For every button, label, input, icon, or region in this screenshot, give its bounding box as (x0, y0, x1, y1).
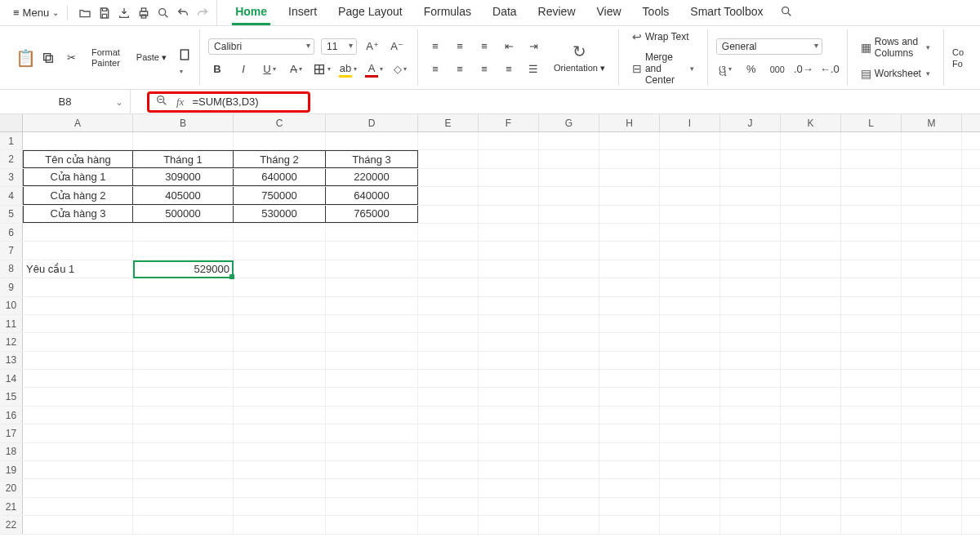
cell[interactable] (841, 333, 902, 350)
cell[interactable] (326, 479, 418, 496)
col-head-i[interactable]: I (660, 114, 720, 131)
cell[interactable]: 405000 (133, 187, 234, 204)
col-head-b[interactable]: B (133, 114, 234, 131)
cell[interactable] (326, 443, 418, 460)
cell[interactable] (841, 278, 902, 295)
cell[interactable] (841, 443, 902, 460)
tab-smart-toolbox[interactable]: Smart Toolbox (687, 0, 766, 25)
cell[interactable] (599, 169, 660, 186)
cell[interactable] (781, 333, 841, 350)
font-color-icon[interactable]: A (365, 61, 383, 78)
cell[interactable] (841, 297, 902, 314)
cell[interactable] (660, 407, 720, 424)
cell[interactable] (418, 388, 479, 405)
cell[interactable] (234, 297, 326, 314)
cell[interactable] (133, 315, 234, 332)
cell[interactable]: 500000 (133, 206, 234, 223)
cell[interactable] (133, 388, 234, 405)
zoom-out-icon[interactable] (155, 94, 168, 109)
cell[interactable] (599, 315, 660, 332)
cell[interactable] (599, 278, 660, 295)
cell[interactable]: Cửa hàng 2 (23, 187, 133, 204)
cell[interactable] (781, 352, 841, 369)
cell[interactable] (23, 297, 133, 314)
cell[interactable]: Cửa hàng 1 (23, 169, 133, 186)
cell[interactable] (234, 388, 326, 405)
cell[interactable] (479, 461, 539, 478)
name-box[interactable]: B8 (0, 90, 131, 113)
cell[interactable] (841, 187, 902, 204)
tab-home[interactable]: Home (232, 0, 270, 25)
cell[interactable]: Yêu cầu 1 (23, 260, 133, 278)
cell[interactable] (326, 498, 418, 515)
tab-data[interactable]: Data (489, 0, 520, 25)
cell[interactable] (234, 498, 326, 515)
cell[interactable] (841, 424, 902, 442)
cell[interactable] (660, 315, 720, 332)
decrease-indent-icon[interactable]: ⇤ (500, 38, 518, 55)
save-icon[interactable] (97, 6, 112, 20)
cell[interactable] (902, 516, 962, 533)
cell[interactable]: Tên cửa hàng (23, 150, 133, 167)
cell[interactable] (781, 315, 841, 332)
cell[interactable] (599, 242, 660, 259)
increase-indent-icon[interactable]: ⇥ (524, 38, 542, 55)
cell[interactable] (326, 278, 418, 295)
cell[interactable] (902, 169, 962, 186)
cell[interactable] (418, 260, 479, 278)
cell[interactable] (23, 407, 133, 424)
cell[interactable] (23, 132, 133, 149)
font-family-select[interactable]: Calibri (208, 38, 314, 55)
cell[interactable]: 309000 (133, 169, 234, 186)
cell[interactable] (326, 224, 418, 241)
cell[interactable] (133, 242, 234, 259)
cell[interactable] (841, 150, 902, 167)
cell[interactable] (902, 242, 962, 259)
select-all-corner[interactable] (0, 114, 23, 131)
cell[interactable] (599, 187, 660, 204)
cell[interactable] (23, 498, 133, 515)
col-head-f[interactable]: F (479, 114, 539, 131)
cell[interactable] (841, 224, 902, 241)
cell[interactable] (234, 443, 326, 460)
cell[interactable] (720, 315, 781, 332)
cell[interactable] (720, 169, 781, 186)
align-center-icon[interactable]: ≡ (451, 61, 469, 78)
cell[interactable] (418, 224, 479, 241)
tab-view[interactable]: View (594, 0, 625, 25)
format-painter-button[interactable]: Format Painter (87, 46, 125, 69)
cell[interactable] (326, 461, 418, 478)
cell[interactable] (133, 443, 234, 460)
percent-icon[interactable]: % (742, 61, 760, 78)
row-head-6[interactable]: 6 (0, 224, 23, 241)
cell[interactable] (418, 206, 479, 223)
cell[interactable] (479, 352, 539, 369)
paste-button[interactable]: Paste ▾ (131, 51, 172, 64)
cell[interactable] (23, 370, 133, 387)
cell[interactable]: Tháng 3 (326, 150, 418, 167)
export-icon[interactable] (117, 6, 131, 20)
cell[interactable] (326, 407, 418, 424)
cell[interactable] (599, 224, 660, 241)
cell[interactable] (781, 388, 841, 405)
cell[interactable] (781, 498, 841, 515)
cell[interactable] (539, 407, 599, 424)
formula-bar[interactable]: fx =SUM(B3,D3) (131, 90, 259, 113)
cell[interactable] (539, 132, 599, 149)
cell[interactable] (902, 443, 962, 460)
cell[interactable]: Tháng 2 (234, 150, 326, 167)
row-head-12[interactable]: 12 (0, 333, 23, 350)
cell[interactable] (841, 315, 902, 332)
cell[interactable] (599, 424, 660, 442)
cell[interactable] (326, 132, 418, 149)
cell[interactable] (418, 187, 479, 204)
cell[interactable]: 640000 (234, 169, 326, 186)
cell[interactable] (539, 352, 599, 369)
cell[interactable] (660, 278, 720, 295)
cell[interactable] (133, 461, 234, 478)
cell[interactable] (479, 224, 539, 241)
cell[interactable] (539, 516, 599, 533)
col-head-c[interactable]: C (234, 114, 326, 131)
cell[interactable] (720, 352, 781, 369)
cell[interactable] (599, 132, 660, 149)
